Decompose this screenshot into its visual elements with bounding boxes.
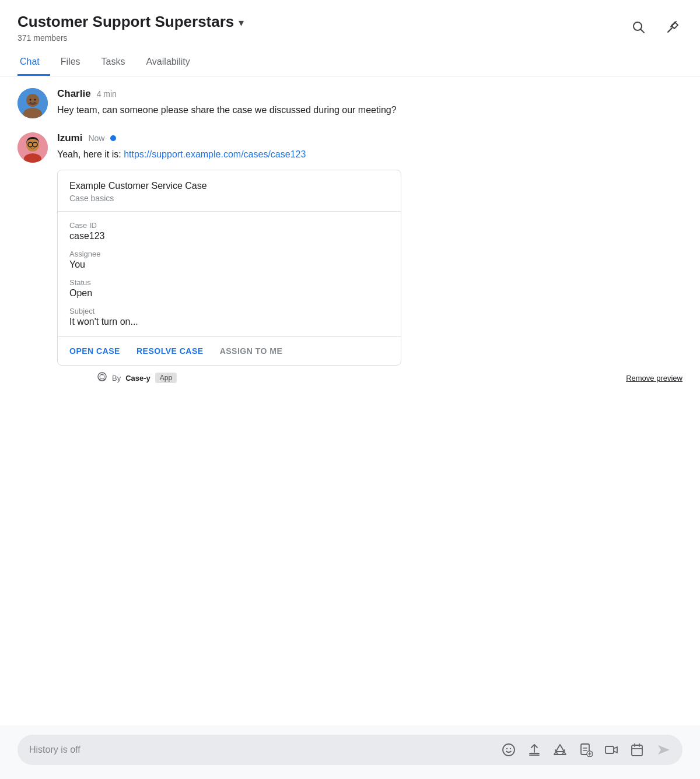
video-button[interactable] bbox=[603, 742, 620, 758]
svg-point-20 bbox=[503, 744, 514, 756]
members-count: 371 members bbox=[18, 33, 244, 43]
open-case-button[interactable]: OPEN CASE bbox=[69, 346, 120, 356]
izumi-message-body: Izumi Now Yeah, here it is: https://supp… bbox=[57, 132, 682, 384]
case-card-header: Example Customer Service Case Case basic… bbox=[58, 170, 401, 212]
input-bar-wrapper: History is off bbox=[0, 725, 700, 779]
case-id-label: Case ID bbox=[69, 221, 389, 230]
tab-chat[interactable]: Chat bbox=[18, 48, 50, 76]
case-field-subject: Subject It won't turn on... bbox=[69, 307, 389, 327]
send-icon bbox=[657, 743, 671, 757]
header-icons bbox=[629, 17, 682, 36]
tab-tasks[interactable]: Tasks bbox=[91, 48, 136, 76]
message-izumi: Izumi Now Yeah, here it is: https://supp… bbox=[18, 132, 682, 384]
attribution-app-name: Case-y bbox=[125, 374, 150, 383]
add-doc-icon bbox=[579, 743, 593, 757]
calendar-button[interactable] bbox=[629, 742, 645, 758]
status-label: Status bbox=[69, 278, 389, 287]
izumi-time: Now bbox=[88, 134, 104, 143]
group-name: Customer Support Superstars bbox=[18, 13, 234, 31]
svg-rect-29 bbox=[606, 746, 614, 753]
svg-point-22 bbox=[510, 748, 511, 749]
charlie-avatar-svg bbox=[18, 88, 48, 118]
emoji-icon bbox=[502, 743, 516, 757]
header-title-row: Customer Support Superstars ▾ bbox=[18, 13, 244, 31]
izumi-text: Yeah, here it is: https://support.exampl… bbox=[57, 148, 682, 162]
svg-point-6 bbox=[30, 99, 32, 101]
app-badge: App bbox=[155, 373, 177, 383]
svg-point-14 bbox=[32, 146, 33, 147]
case-field-id: Case ID case123 bbox=[69, 221, 389, 241]
charlie-message-header: Charlie 4 min bbox=[57, 88, 682, 100]
drive-icon bbox=[553, 743, 567, 757]
online-indicator bbox=[110, 135, 116, 141]
charlie-time: 4 min bbox=[97, 89, 117, 99]
subject-label: Subject bbox=[69, 307, 389, 315]
assign-to-me-button[interactable]: ASSIGN TO ME bbox=[220, 346, 283, 356]
tab-files[interactable]: Files bbox=[50, 48, 91, 76]
case-card-actions: OPEN CASE RESOLVE CASE ASSIGN TO ME bbox=[58, 337, 401, 365]
header: Customer Support Superstars ▾ 371 member… bbox=[0, 0, 700, 43]
casey-icon-svg bbox=[97, 371, 107, 382]
svg-line-2 bbox=[668, 29, 671, 31]
assignee-label: Assignee bbox=[69, 250, 389, 258]
svg-point-7 bbox=[34, 99, 36, 101]
svg-point-17 bbox=[99, 379, 101, 381]
dropdown-icon[interactable]: ▾ bbox=[239, 16, 244, 29]
subject-value: It won't turn on... bbox=[69, 317, 389, 327]
svg-point-19 bbox=[102, 374, 103, 376]
header-left: Customer Support Superstars ▾ 371 member… bbox=[18, 13, 244, 43]
message-charlie: Charlie 4 min Hey team, can someone plea… bbox=[18, 88, 682, 118]
video-icon bbox=[604, 743, 618, 757]
avatar-charlie bbox=[18, 88, 48, 118]
status-value: Open bbox=[69, 288, 389, 299]
izumi-avatar-svg bbox=[18, 132, 48, 163]
drive-button[interactable] bbox=[552, 742, 568, 758]
send-button[interactable] bbox=[654, 743, 671, 757]
emoji-button[interactable] bbox=[501, 742, 517, 758]
charlie-author: Charlie bbox=[57, 88, 91, 100]
remove-preview-button[interactable]: Remove preview bbox=[626, 374, 682, 383]
pin-icon bbox=[666, 20, 680, 34]
svg-point-21 bbox=[506, 748, 508, 749]
input-bar[interactable]: History is off bbox=[18, 735, 682, 765]
calendar-icon bbox=[630, 743, 644, 757]
tab-availability[interactable]: Availability bbox=[135, 48, 200, 76]
case-link[interactable]: https://support.example.com/cases/case12… bbox=[124, 149, 306, 159]
resolve-case-button[interactable]: RESOLVE CASE bbox=[136, 346, 204, 356]
pin-button[interactable] bbox=[664, 17, 682, 36]
case-field-assignee: Assignee You bbox=[69, 250, 389, 270]
case-field-status: Status Open bbox=[69, 278, 389, 299]
chat-content: Charlie 4 min Hey team, can someone plea… bbox=[0, 76, 700, 384]
case-card: Example Customer Service Case Case basic… bbox=[57, 170, 401, 366]
svg-rect-30 bbox=[632, 745, 642, 756]
case-card-title: Example Customer Service Case bbox=[69, 181, 389, 191]
app-attribution: By Case-y App Remove preview bbox=[97, 371, 682, 384]
tabs: Chat Files Tasks Availability bbox=[0, 48, 700, 76]
charlie-text: Hey team, can someone please share the c… bbox=[57, 103, 682, 117]
izumi-message-header: Izumi Now bbox=[57, 132, 682, 144]
avatar-izumi bbox=[18, 132, 48, 163]
svg-line-1 bbox=[641, 30, 645, 33]
case-card-body: Case ID case123 Assignee You Status Open… bbox=[58, 212, 401, 337]
add-doc-button[interactable] bbox=[578, 742, 594, 758]
case-card-subtitle: Case basics bbox=[69, 194, 389, 203]
svg-point-18 bbox=[104, 379, 106, 381]
charlie-message-body: Charlie 4 min Hey team, can someone plea… bbox=[57, 88, 682, 118]
search-icon bbox=[631, 20, 645, 34]
upload-icon bbox=[527, 743, 541, 757]
case-id-value: case123 bbox=[69, 231, 389, 241]
upload-button[interactable] bbox=[526, 742, 542, 758]
attribution-by-text: By bbox=[112, 374, 121, 383]
assignee-value: You bbox=[69, 259, 389, 270]
casey-logo-icon bbox=[97, 371, 107, 384]
input-placeholder-text: History is off bbox=[29, 745, 491, 755]
izumi-author: Izumi bbox=[57, 132, 82, 144]
search-button[interactable] bbox=[629, 17, 648, 36]
